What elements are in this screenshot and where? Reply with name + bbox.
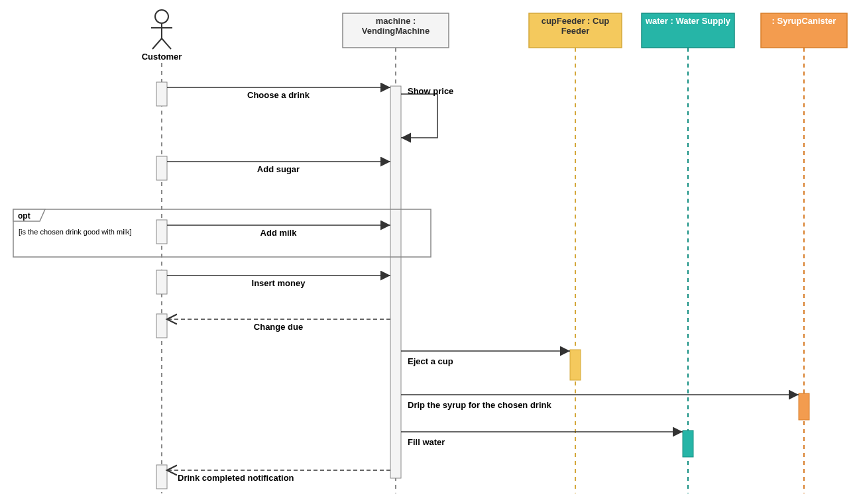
activation-customer-3	[156, 220, 167, 244]
message-drink-completed: Drink completed notification	[167, 470, 390, 483]
activation-customer-4	[156, 270, 167, 294]
svg-point-0	[155, 10, 168, 23]
activation-syrup	[799, 393, 809, 420]
lifeline-cupfeeder-label: cupFeeder : Cup Feeder	[542, 16, 610, 36]
lifeline-customer-label: Customer	[142, 52, 182, 62]
message-insert-money: Insert money	[167, 276, 390, 288]
message-drip-syrup: Drip the syrup for the chosen drink	[401, 395, 799, 410]
activation-machine	[390, 86, 401, 478]
message-add-sugar-label: Add sugar	[257, 164, 300, 174]
message-choose-drink-label: Choose a drink	[247, 90, 310, 100]
message-drip-syrup-label: Drip the syrup for the chosen drink	[408, 400, 551, 410]
activation-customer-2	[156, 156, 167, 180]
message-fill-water-label: Fill water	[408, 437, 445, 447]
lifeline-syrup: : SyrupCanister	[761, 13, 847, 493]
message-choose-drink: Choose a drink	[167, 87, 390, 100]
actor-icon	[151, 10, 172, 49]
message-change-due-label: Change due	[254, 322, 303, 332]
activation-water	[683, 430, 693, 457]
lifeline-syrup-label: : SyrupCanister	[772, 16, 836, 26]
activation-cupfeeder	[570, 350, 581, 380]
sequence-diagram: Customer machine : VendingMachine cupFee…	[0, 0, 859, 504]
fragment-opt: opt [is the chosen drink good with milk]	[13, 209, 431, 257]
lifeline-water-label: water : Water Supply	[646, 16, 730, 26]
lifeline-water: water : Water Supply	[642, 13, 734, 493]
lifeline-machine-label: machine : VendingMachine	[362, 16, 430, 36]
message-insert-money-label: Insert money	[252, 278, 306, 288]
svg-line-4	[162, 38, 171, 49]
message-change-due: Change due	[167, 319, 390, 332]
message-show-price-label: Show price	[408, 86, 453, 96]
svg-line-3	[152, 38, 162, 49]
activation-customer-5	[156, 314, 167, 338]
activation-customer-1	[156, 82, 167, 106]
message-fill-water: Fill water	[401, 432, 683, 447]
message-add-milk: Add milk	[167, 225, 390, 238]
message-show-price: Show price	[401, 86, 453, 138]
message-eject-cup: Eject a cup	[401, 351, 570, 366]
message-add-milk-label: Add milk	[260, 228, 298, 238]
message-drink-completed-label: Drink completed notification	[178, 473, 294, 483]
fragment-opt-label: opt	[18, 211, 30, 221]
message-add-sugar: Add sugar	[167, 162, 390, 174]
message-eject-cup-label: Eject a cup	[408, 356, 453, 366]
fragment-opt-guard: [is the chosen drink good with milk]	[19, 228, 132, 236]
activation-customer-6	[156, 465, 167, 489]
lifeline-cupfeeder: cupFeeder : Cup Feeder	[529, 13, 622, 493]
